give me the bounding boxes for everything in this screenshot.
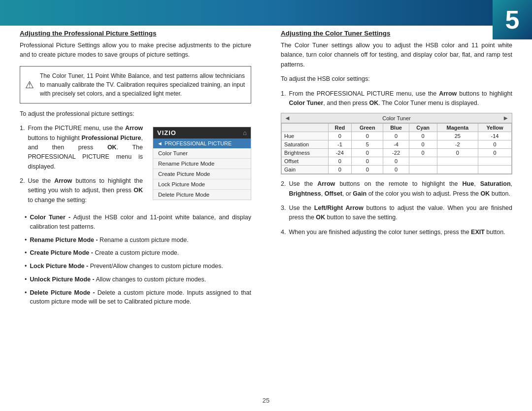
- right-intro-text: The Color Tuner settings allow you to ad…: [281, 41, 512, 69]
- right-steps-list: 1. From the PROFESSIONAL PICTURE menu, u…: [281, 89, 512, 108]
- adjust-intro-text: To adjust the professional picture setti…: [20, 109, 251, 119]
- vizio-logo: VIZIO: [157, 129, 176, 137]
- top-bar: [0, 0, 532, 26]
- cell-off-red: 0: [328, 157, 352, 166]
- right-step-3: 3. Use the Left/Right Arrow buttons to a…: [281, 204, 512, 223]
- cell-bri-cyan: 0: [409, 149, 437, 157]
- cell-off-magenta: [437, 157, 478, 166]
- cell-hue-cyan: 0: [409, 132, 437, 140]
- menu-back-arrow: ◄: [157, 140, 163, 146]
- cell-bri-blue: -22: [383, 149, 409, 157]
- color-tuner-table-wrapper: ◄ Color Tuner ► Red Green Blue Cyan Mage…: [281, 113, 512, 174]
- col-header-blue: Blue: [383, 124, 409, 132]
- vizio-menu-item[interactable]: Color Tuner: [153, 148, 251, 159]
- row-label-gain: Gain: [282, 166, 329, 174]
- vizio-menu-item[interactable]: Create Picture Mode: [153, 169, 251, 179]
- table-row-saturation: Saturation -1 5 -4 0 -2 0: [282, 140, 512, 149]
- color-tuner-right-arrow[interactable]: ►: [502, 114, 509, 122]
- cell-sat-yellow: 0: [478, 140, 512, 149]
- hsb-intro-text: To adjust the HSB color settings:: [281, 74, 512, 84]
- color-tuner-table: Red Green Blue Cyan Magenta Yellow Hue 0…: [281, 123, 512, 174]
- cell-bri-red: -24: [328, 149, 352, 157]
- col-header-magenta: Magenta: [437, 124, 478, 132]
- cell-off-green: 0: [352, 157, 383, 166]
- col-header-label: [282, 124, 329, 132]
- row-label-saturation: Saturation: [282, 140, 329, 149]
- bullet-create: • Create Picture Mode - Create a custom …: [25, 248, 251, 258]
- vizio-menu-item[interactable]: Delete Picture Mode: [153, 190, 251, 200]
- table-row-gain: Gain 0 0 0: [282, 166, 512, 174]
- cell-off-yellow: [478, 157, 512, 166]
- page-number-large: 5: [493, 0, 532, 39]
- col-header-green: Green: [352, 124, 383, 132]
- step-1: 1. From the PICTURE menu, use the Arrow …: [20, 124, 143, 171]
- cell-sat-blue: -4: [383, 140, 409, 149]
- step-2: 2. Use the Arrow buttons to highlight th…: [20, 176, 143, 205]
- left-column: Adjusting the Professional Picture Setti…: [20, 30, 259, 391]
- right-step-1: 1. From the PROFESSIONAL PICTURE menu, u…: [281, 89, 512, 108]
- cell-hue-red: 0: [328, 132, 352, 140]
- cell-gain-magenta: [437, 166, 478, 174]
- right-steps-2-4: 2. Use the Arrow buttons on the remote t…: [281, 179, 512, 237]
- vizio-menu-item[interactable]: Rename Picture Mode: [153, 159, 251, 169]
- col-header-cyan: Cyan: [409, 124, 437, 132]
- vizio-menu-title-text: PROFESSIONAL PICTURE: [165, 140, 232, 146]
- right-section-header: Adjusting the Color Tuner Settings: [281, 30, 512, 37]
- cell-sat-green: 5: [352, 140, 383, 149]
- cell-gain-yellow: [478, 166, 512, 174]
- cell-gain-blue: 0: [383, 166, 409, 174]
- cell-bri-magenta: 0: [437, 149, 478, 157]
- bullet-unlock: • Unlock Picture Mode - Allow changes to…: [25, 275, 251, 284]
- cell-hue-green: 0: [352, 132, 383, 140]
- vizio-menu-title: ◄ PROFESSIONAL PICTURE: [153, 138, 251, 148]
- row-label-hue: Hue: [282, 132, 329, 140]
- cell-off-blue: 0: [383, 157, 409, 166]
- col-header-red: Red: [328, 124, 352, 132]
- table-row-offset: Offset 0 0 0: [282, 157, 512, 166]
- cell-hue-yellow: -14: [478, 132, 512, 140]
- bullet-list: • Color Tuner - Adjust the HSB color and…: [20, 213, 251, 307]
- col-header-yellow: Yellow: [478, 124, 512, 132]
- right-column: Adjusting the Color Tuner Settings The C…: [273, 30, 512, 391]
- vizio-menu-item[interactable]: Lock Picture Mode: [153, 179, 251, 190]
- bullet-lock: • Lock Picture Mode - Prevent/Allow chan…: [25, 262, 251, 271]
- main-content: Adjusting the Professional Picture Setti…: [20, 30, 512, 391]
- table-row-brightness: Brightness -24 0 -22 0 0 0: [282, 149, 512, 157]
- color-tuner-title: Color Tuner: [291, 115, 502, 121]
- cell-gain-green: 0: [352, 166, 383, 174]
- vizio-menu-header: VIZIO ⌂: [153, 127, 251, 138]
- vizio-menu-items: Color Tuner Rename Picture Mode Create P…: [153, 148, 251, 200]
- table-row-hue: Hue 0 0 0 0 25 -14: [282, 132, 512, 140]
- warning-box: ⚠ The Color Tuner, 11 Point White Balanc…: [20, 66, 251, 103]
- row-label-brightness: Brightness: [282, 149, 329, 157]
- cell-hue-magenta: 25: [437, 132, 478, 140]
- cell-sat-magenta: -2: [437, 140, 478, 149]
- color-tuner-header: ◄ Color Tuner ►: [281, 113, 512, 123]
- cell-sat-cyan: 0: [409, 140, 437, 149]
- bullet-delete: • Delete Picture Mode - Delete a custom …: [25, 288, 251, 307]
- cell-bri-yellow: 0: [478, 149, 512, 157]
- cell-bri-green: 0: [352, 149, 383, 157]
- warning-text: The Color Tuner, 11 Point White Balance,…: [40, 72, 245, 97]
- warning-icon: ⚠: [25, 77, 34, 92]
- cell-hue-blue: 0: [383, 132, 409, 140]
- left-section-header: Adjusting the Professional Picture Setti…: [20, 30, 251, 37]
- color-tuner-left-arrow[interactable]: ◄: [284, 114, 291, 122]
- bottom-page-number: 25: [263, 397, 269, 404]
- steps-with-menu: VIZIO ⌂ ◄ PROFESSIONAL PICTURE Color Tun…: [20, 124, 251, 210]
- right-step-4: 4. When you are finished adjusting the c…: [281, 228, 512, 237]
- right-step-2: 2. Use the Arrow buttons on the remote t…: [281, 179, 512, 199]
- row-label-offset: Offset: [282, 157, 329, 166]
- vizio-menu: VIZIO ⌂ ◄ PROFESSIONAL PICTURE Color Tun…: [153, 127, 251, 200]
- cell-gain-cyan: [409, 166, 437, 174]
- home-icon: ⌂: [243, 129, 247, 137]
- left-intro-text: Professional Picture Settings allow you …: [20, 41, 251, 60]
- cell-off-cyan: [409, 157, 437, 166]
- cell-sat-red: -1: [328, 140, 352, 149]
- bullet-rename: • Rename Picture Mode - Rename a custom …: [25, 236, 251, 245]
- bullet-color-tuner: • Color Tuner - Adjust the HSB color and…: [25, 213, 251, 232]
- cell-gain-red: 0: [328, 166, 352, 174]
